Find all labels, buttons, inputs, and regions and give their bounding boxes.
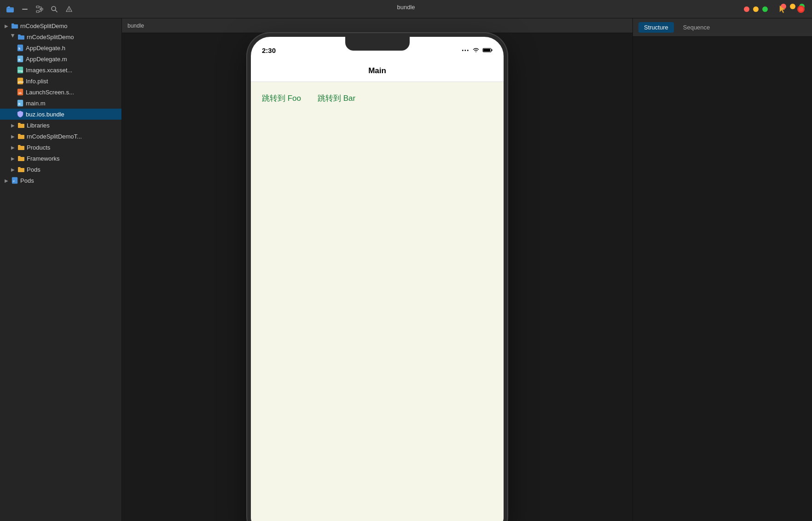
svg-rect-29	[483, 49, 490, 52]
main-m-label: main.m	[26, 100, 46, 107]
svg-text:sb: sb	[18, 92, 22, 94]
hierarchy-toolbar-icon[interactable]	[33, 3, 46, 16]
folder-blue-icon	[17, 33, 25, 41]
pods-folder-icon	[17, 166, 25, 173]
images-xcassets-label: Images.xcasset...	[26, 67, 72, 74]
sidebar-item-rncodesplitdemot[interactable]: ▶ rnCodeSplitDemoT...	[0, 131, 122, 142]
link-foo[interactable]: 跳转到 Foo	[258, 91, 305, 105]
sidebar-item-images-xcassets[interactable]: img Images.xcasset...	[0, 64, 122, 75]
chevron-down-icon: ▶	[4, 23, 9, 29]
rncodesplitdemot-label: rnCodeSplitDemoT...	[27, 133, 82, 140]
nav-title: Main	[368, 66, 386, 75]
svg-text:h: h	[18, 47, 20, 51]
search-toolbar-icon[interactable]	[48, 3, 61, 16]
chevron-libraries-icon: ▶	[10, 122, 16, 128]
libraries-label: Libraries	[27, 122, 50, 129]
chevron-pods-folder-icon: ▶	[10, 167, 16, 172]
warning-toolbar-icon[interactable]	[63, 3, 75, 16]
sidebar-item-pods-file[interactable]: ▶ P Pods	[0, 175, 122, 186]
svg-rect-2	[36, 6, 39, 8]
dots-icon: •••	[462, 48, 470, 53]
file-h-icon: h	[17, 44, 24, 52]
svg-point-12	[69, 10, 69, 11]
phone-nav-bar: Main	[251, 60, 504, 82]
sidebar: ▶ rnCodeSplitDemo ▶ rnCodeSplitDemo	[0, 18, 122, 521]
products-folder-icon	[17, 144, 25, 151]
file-m-icon: m	[17, 55, 24, 63]
svg-rect-1	[22, 9, 28, 10]
sidebar-item-main-m[interactable]: m main.m	[0, 98, 122, 109]
svg-line-10	[55, 10, 57, 12]
status-time: 2:30	[262, 46, 276, 54]
wifi-icon	[472, 47, 480, 53]
phone-content: 跳转到 Foo 跳转到 Bar	[251, 82, 504, 521]
xcassets-icon: img	[17, 66, 24, 74]
sidebar-item-rncodeplit-folder[interactable]: ▶ rnCodeSplitDemo	[0, 31, 122, 42]
sidebar-item-launchscreen[interactable]: sb LaunchScreen.s...	[0, 87, 122, 98]
link-bar[interactable]: 跳转到 Bar	[314, 91, 359, 105]
chevron-expanded-icon: ▶	[10, 34, 16, 40]
sidebar-root-project[interactable]: ▶ rnCodeSplitDemo	[0, 20, 122, 31]
svg-rect-28	[492, 49, 493, 51]
launchscreen-label: LaunchScreen.s...	[26, 89, 74, 96]
main-content: ▶ rnCodeSplitDemo ▶ rnCodeSplitDemo	[0, 18, 812, 521]
bundle-tab-label: bundle	[128, 23, 144, 29]
sidebar-item-appdelegate-m[interactable]: m AppDelegate.m	[0, 53, 122, 64]
info-plist-label: Info.plist	[26, 78, 48, 85]
pods-project-icon: P	[11, 177, 18, 184]
phone-mockup: 2:30 •••	[247, 33, 507, 521]
sidebar-item-buz-bundle[interactable]: buz.ios.bundle	[0, 109, 122, 120]
pods-folder-label: Pods	[27, 166, 41, 173]
status-icons: •••	[462, 47, 493, 53]
top-toolbar: bundle	[0, 0, 812, 18]
right-panel-content	[633, 37, 812, 521]
chevron-products-icon: ▶	[10, 145, 16, 150]
pods-file-label: Pods	[20, 177, 34, 184]
buz-bundle-label: buz.ios.bundle	[26, 111, 64, 118]
libraries-folder-icon	[17, 122, 25, 129]
products-label: Products	[27, 144, 50, 151]
svg-text:m: m	[18, 58, 20, 62]
sidebar-item-libraries[interactable]: ▶ Libraries	[0, 120, 122, 131]
frameworks-folder-icon	[17, 155, 25, 162]
chevron-pods-file-icon: ▶	[4, 178, 9, 183]
sidebar-item-products[interactable]: ▶ Products	[0, 142, 122, 153]
chevron-rncodesplitdemot-icon: ▶	[10, 133, 16, 139]
bundle-tab: bundle	[122, 18, 632, 33]
window-title: bundle	[397, 4, 415, 11]
svg-text:P: P	[13, 180, 15, 183]
shield-icon	[17, 110, 24, 118]
svg-text:m: m	[18, 102, 20, 106]
sidebar-item-appdelegate-h[interactable]: h AppDelegate.h	[0, 42, 122, 53]
sidebar-folder-label: rnCodeSplitDemo	[27, 34, 74, 41]
appdelegate-m-label: AppDelegate.m	[26, 56, 67, 63]
folder-toolbar-icon[interactable]	[4, 3, 17, 16]
tab-sequence[interactable]: Sequence	[678, 22, 716, 33]
plist-icon: plist	[17, 77, 24, 85]
appdelegate-h-label: AppDelegate.h	[26, 45, 65, 52]
sidebar-root-label: rnCodeSplitDemo	[20, 23, 68, 29]
sidebar-item-frameworks[interactable]: ▶ Frameworks	[0, 153, 122, 164]
file-main-m-icon: m	[17, 99, 24, 107]
svg-rect-3	[36, 11, 39, 12]
project-folder-icon	[11, 22, 18, 29]
svg-text:plist: plist	[18, 81, 23, 83]
frameworks-label: Frameworks	[27, 155, 60, 162]
rncodesplitdemot-folder-icon	[17, 133, 25, 140]
sidebar-item-pods-folder[interactable]: ▶ Pods	[0, 164, 122, 175]
sidebar-item-info-plist[interactable]: plist Info.plist	[0, 75, 122, 87]
right-panel-tabs: Structure Sequence	[633, 18, 812, 37]
phone-notch	[345, 37, 410, 51]
svg-text:img: img	[18, 69, 23, 72]
battery-icon	[482, 47, 493, 53]
close-toolbar-icon[interactable]	[18, 3, 31, 16]
center-area: bundle 2:30 •••	[122, 18, 632, 521]
chevron-frameworks-icon: ▶	[10, 156, 16, 161]
right-panel: Structure Sequence	[632, 18, 812, 521]
storyboard-icon: sb	[17, 88, 24, 96]
tab-structure[interactable]: Structure	[638, 22, 674, 33]
